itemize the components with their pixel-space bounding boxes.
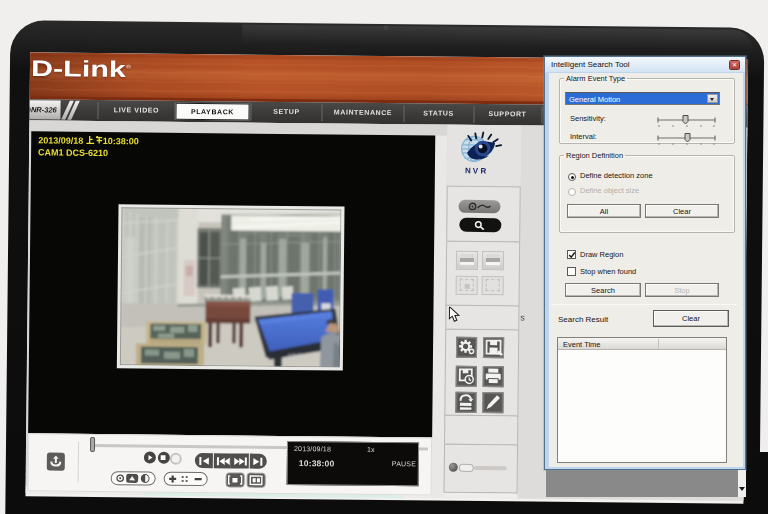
svg-text:NVR: NVR [465, 166, 489, 175]
